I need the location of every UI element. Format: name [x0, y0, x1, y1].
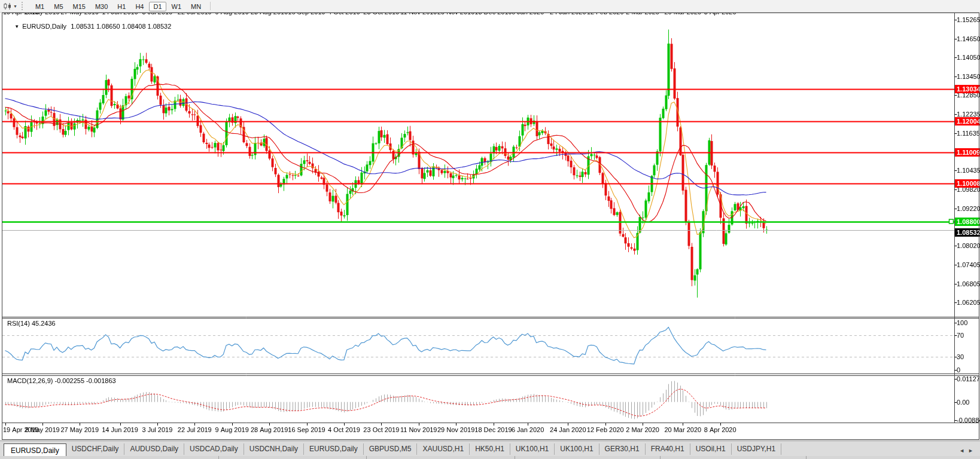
- status-strip-divider: [366, 456, 367, 459]
- timeframe-buttons: M1M5M15M30H1H4D1W1MN: [31, 1, 206, 11]
- chart-symbol-label: EURUSD,Daily: [22, 23, 66, 30]
- status-strip: [0, 456, 980, 459]
- timeframe-button-h4[interactable]: H4: [131, 2, 148, 11]
- chart-tab-uk100-h1[interactable]: UK100,H1: [555, 443, 599, 455]
- chart-tab-usdcnh-daily[interactable]: USDCNH,Daily: [244, 443, 304, 455]
- price-chart-canvas[interactable]: [0, 13, 980, 440]
- chart-tab-usdcad-daily[interactable]: USDCAD,Daily: [184, 443, 244, 455]
- chevron-down-icon: ▼: [13, 4, 17, 8]
- tab-scroll-left-icon[interactable]: ◄: [957, 448, 966, 454]
- rsi-indicator-label: RSI(14) 45.2436: [7, 320, 56, 327]
- timeframe-button-d1[interactable]: D1: [149, 2, 166, 11]
- collapse-chart-icon[interactable]: ▼: [14, 24, 19, 29]
- chart-tab-gbpusd-m5[interactable]: GBPUSD,M5: [364, 443, 418, 455]
- status-strip-divider: [660, 456, 661, 459]
- chart-ohlc-values: 1.08531 1.08650 1.08408 1.08532: [71, 23, 171, 30]
- chart-tab-eurusd-daily[interactable]: EURUSD,Daily: [304, 443, 364, 455]
- timeframe-toolbar: ▼ M1M5M15M30H1H4D1W1MN: [0, 0, 980, 13]
- chart-tab-fra40-h1[interactable]: FRA40,H1: [646, 443, 690, 455]
- status-strip-divider: [806, 456, 806, 459]
- chart-type-button[interactable]: ▼: [3, 2, 17, 10]
- toolbar-grip-handle[interactable]: [22, 2, 25, 10]
- timeframe-button-m1[interactable]: M1: [31, 2, 48, 11]
- timeframe-button-m30[interactable]: M30: [91, 2, 112, 11]
- timeframe-button-w1[interactable]: W1: [168, 2, 186, 11]
- candlestick-chart-icon: [3, 2, 12, 10]
- status-strip-divider: [515, 456, 515, 459]
- chart-tab-xauusd-h1[interactable]: XAUUSD,H1: [417, 443, 470, 455]
- chart-tab-bar: EURUSD,DailyUSDCHF,DailyAUDUSD,DailyUSDC…: [0, 440, 980, 459]
- tab-scroll-buttons: ◄►: [957, 448, 975, 454]
- timeframe-button-m5[interactable]: M5: [50, 2, 67, 11]
- chart-tab-hk50-h1[interactable]: HK50,H1: [470, 443, 510, 455]
- chart-tab-usdjpy-h1[interactable]: USDJPY,H1: [732, 443, 781, 455]
- timeframe-button-m15[interactable]: M15: [69, 2, 90, 11]
- status-strip-divider: [218, 456, 219, 459]
- chart-tab-usoil-h1[interactable]: USOil,H1: [690, 443, 732, 455]
- tab-scroll-right-icon[interactable]: ►: [966, 448, 975, 454]
- chart-tab-uk100-h1[interactable]: UK100,H1: [510, 443, 555, 455]
- chart-tab-usdchf-daily[interactable]: USDCHF,Daily: [66, 443, 125, 455]
- timeframe-button-h1[interactable]: H1: [113, 2, 130, 11]
- toolbar-separator: [210, 2, 211, 10]
- chart-tab-ger30-h1[interactable]: GER30,H1: [599, 443, 646, 455]
- chart-title: ▼EURUSD,Daily1.08531 1.08650 1.08408 1.0…: [7, 16, 171, 37]
- timeframe-button-mn[interactable]: MN: [187, 2, 205, 11]
- macd-indicator-label: MACD(12,26,9) -0.002255 -0.001863: [7, 377, 116, 384]
- chart-tab-audusd-daily[interactable]: AUDUSD,Daily: [124, 443, 184, 455]
- trading-platform-window: ▼ M1M5M15M30H1H4D1W1MN ▼EURUSD,Daily1.08…: [0, 0, 980, 459]
